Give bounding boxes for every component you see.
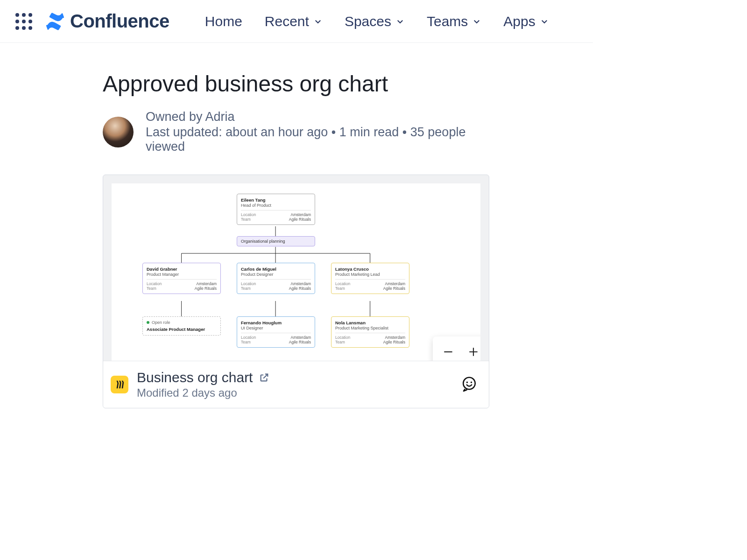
byline: Owned by Adria Last updated: about an ho… — [103, 110, 490, 154]
owner-avatar[interactable] — [103, 117, 134, 147]
chevron-down-icon — [396, 17, 404, 26]
miro-board-canvas[interactable]: Eileen Tang Head of Product LocationAmst… — [112, 183, 480, 361]
chevron-down-icon — [472, 17, 481, 26]
external-link-icon[interactable] — [259, 372, 269, 383]
primary-nav: Home Recent Spaces Teams Apps — [205, 14, 549, 29]
nav-recent-label: Recent — [265, 14, 309, 29]
embed-title[interactable]: Business org chart — [137, 370, 253, 385]
org-node-pm[interactable]: David Grabner Product Manager LocationAm… — [142, 263, 221, 294]
smiley-chat-icon — [461, 376, 478, 392]
node-role: Product Designer — [241, 272, 311, 277]
node-role: Head of Product — [241, 203, 311, 208]
miro-embed: Eileen Tang Head of Product LocationAmst… — [103, 175, 489, 408]
embed-modified: Modified 2 days ago — [137, 386, 269, 399]
svg-point-1 — [466, 381, 468, 383]
node-name: Latonya Crusco — [335, 266, 405, 272]
svg-point-0 — [463, 377, 475, 389]
org-node-ui[interactable]: Fernando Houglum UI Designer LocationAms… — [237, 316, 315, 348]
org-node-head[interactable]: Eileen Tang Head of Product LocationAmst… — [237, 194, 315, 225]
org-planning-tag[interactable]: Organisational planning — [237, 236, 315, 246]
owner-line: Owned by Adria — [146, 110, 490, 124]
nav-teams[interactable]: Teams — [427, 14, 481, 29]
node-name: David Grabner — [147, 266, 217, 272]
svg-point-2 — [471, 381, 472, 383]
plus-icon — [467, 346, 479, 358]
nav-spaces-label: Spaces — [345, 14, 391, 29]
nav-spaces[interactable]: Spaces — [345, 14, 404, 29]
nav-teams-label: Teams — [427, 14, 468, 29]
org-node-pd[interactable]: Carlos de Miguel Product Designer Locati… — [237, 263, 315, 294]
app-switcher-icon[interactable] — [14, 12, 34, 31]
zoom-controls — [433, 336, 480, 361]
miro-logo-icon — [111, 376, 128, 393]
node-role: Product Marketing Lead — [335, 272, 405, 277]
nav-apps-label: Apps — [503, 14, 535, 29]
node-role: UI Designer — [241, 326, 311, 330]
node-name: Nola Lansman — [335, 320, 405, 325]
brand-name: Confluence — [70, 11, 169, 32]
minus-icon — [442, 346, 454, 358]
node-name: Fernando Houglum — [241, 320, 311, 325]
zoom-in-button[interactable] — [461, 339, 480, 361]
nav-home-label: Home — [205, 14, 242, 29]
org-node-pms[interactable]: Nola Lansman Product Marketing Specialis… — [331, 316, 409, 348]
brand[interactable]: Confluence — [46, 11, 169, 32]
node-name: Eileen Tang — [241, 197, 311, 203]
node-role: Product Marketing Specialist — [335, 326, 405, 330]
feedback-button[interactable] — [460, 375, 479, 394]
page-content: Approved business org chart Owned by Adr… — [0, 43, 490, 408]
node-name: Carlos de Miguel — [241, 266, 311, 272]
page-meta: Last updated: about an hour ago • 1 min … — [146, 125, 490, 154]
page-title: Approved business org chart — [103, 71, 490, 97]
nav-recent[interactable]: Recent — [265, 14, 322, 29]
org-node-pml[interactable]: Latonya Crusco Product Marketing Lead Lo… — [331, 263, 409, 294]
status-dot-icon — [147, 321, 149, 324]
node-role: Product Manager — [147, 272, 217, 277]
org-node-open-role[interactable]: Open role Associate Product Manager — [142, 316, 221, 336]
chevron-down-icon — [314, 17, 322, 26]
nav-apps[interactable]: Apps — [503, 14, 548, 29]
chevron-down-icon — [540, 17, 549, 26]
embed-footer: Business org chart Modified 2 days ago — [103, 361, 489, 408]
nav-home[interactable]: Home — [205, 14, 242, 29]
confluence-logo-icon — [46, 12, 64, 31]
top-nav: Confluence Home Recent Spaces Teams Apps — [0, 0, 593, 43]
zoom-out-button[interactable] — [436, 339, 461, 361]
